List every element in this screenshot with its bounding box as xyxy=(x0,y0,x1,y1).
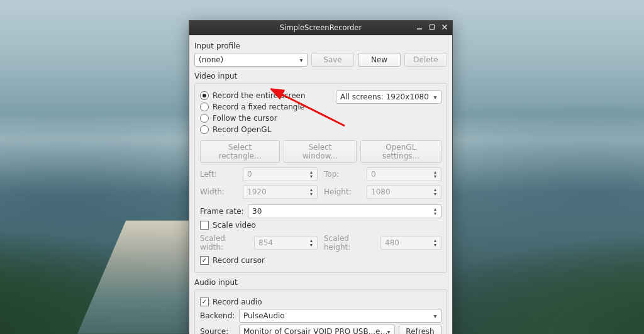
backend-value: PulseAudio xyxy=(243,311,285,320)
scaled-height-label: Scaled height: xyxy=(324,234,377,252)
scaled-width-input: 854 xyxy=(254,236,318,250)
scaled-width-label: Scaled width: xyxy=(200,234,250,252)
frame-rate-label: Frame rate: xyxy=(200,207,244,216)
input-profile-combo[interactable]: (none) xyxy=(194,53,308,67)
radio-dot-icon xyxy=(200,114,209,123)
scale-video-label: Scale video xyxy=(213,221,256,230)
source-label: Source: xyxy=(200,327,235,334)
input-profile-value: (none) xyxy=(199,55,223,64)
checkbox-icon xyxy=(200,221,209,230)
refresh-button[interactable]: Refresh xyxy=(399,325,441,334)
spin-icon xyxy=(307,237,316,248)
radio-dot-icon xyxy=(200,125,209,134)
top-input: 0 xyxy=(367,167,441,181)
scaled-height-value: 480 xyxy=(385,238,399,247)
width-label: Width: xyxy=(200,187,239,196)
radio-dot-icon xyxy=(200,91,209,100)
chevron-down-icon xyxy=(384,326,393,334)
radio-fixed-rectangle-label: Record a fixed rectangle xyxy=(213,103,304,111)
opengl-settings-button[interactable]: OpenGL settings... xyxy=(360,140,441,163)
radio-entire-screen-label: Record the entire screen xyxy=(213,91,306,100)
video-input-group: Record the entire screen Record a fixed … xyxy=(194,83,447,273)
chevron-down-icon xyxy=(431,310,440,321)
window-title: SimpleScreenRecorder xyxy=(280,23,362,32)
profile-new-button[interactable]: New xyxy=(358,53,401,67)
minimize-button[interactable] xyxy=(414,22,425,32)
select-rectangle-button[interactable]: Select rectangle... xyxy=(200,140,280,163)
chevron-down-icon xyxy=(431,91,440,103)
titlebar[interactable]: SimpleScreenRecorder xyxy=(189,21,452,35)
scale-video-checkbox[interactable]: Scale video xyxy=(200,221,441,230)
height-label: Height: xyxy=(324,187,363,196)
window-controls xyxy=(414,22,450,32)
profile-save-button[interactable]: Save xyxy=(311,53,354,67)
close-button[interactable] xyxy=(440,22,450,32)
width-value: 1920 xyxy=(247,187,267,196)
record-cursor-checkbox[interactable]: Record cursor xyxy=(200,256,441,265)
audio-input-group: Record audio Backend: PulseAudio Source:… xyxy=(194,289,447,334)
spin-icon xyxy=(307,186,316,198)
top-label: Top: xyxy=(324,170,363,179)
radio-opengl-label: Record OpenGL xyxy=(213,125,271,134)
screen-selector-combo[interactable]: All screens: 1920x1080 xyxy=(336,90,441,104)
spin-icon xyxy=(431,206,440,217)
screen-selector-value: All screens: 1920x1080 xyxy=(340,92,429,101)
height-input: 1080 xyxy=(367,185,441,199)
scaled-height-input: 480 xyxy=(380,236,441,250)
scaled-width-value: 854 xyxy=(258,238,273,247)
spin-icon xyxy=(307,169,316,180)
radio-entire-screen[interactable]: Record the entire screen xyxy=(200,91,327,100)
input-profile-label: Input profile xyxy=(194,42,447,50)
backend-combo[interactable]: PulseAudio xyxy=(239,309,441,323)
svg-rect-1 xyxy=(430,25,435,30)
spin-icon xyxy=(431,186,440,198)
spin-icon xyxy=(431,237,440,248)
radio-follow-cursor[interactable]: Follow the cursor xyxy=(200,114,327,123)
record-cursor-label: Record cursor xyxy=(213,256,265,265)
record-audio-label: Record audio xyxy=(213,298,262,306)
left-label: Left: xyxy=(200,170,239,179)
maximize-button[interactable] xyxy=(427,22,437,32)
top-value: 0 xyxy=(371,170,376,179)
source-value: Monitor of Corsair VOID PRO USB...eadset… xyxy=(243,327,392,334)
source-combo[interactable]: Monitor of Corsair VOID PRO USB...eadset… xyxy=(239,325,395,334)
select-window-button[interactable]: Select window... xyxy=(284,140,356,163)
width-input: 1920 xyxy=(243,185,318,199)
app-window: SimpleScreenRecorder Input profile (none… xyxy=(189,20,453,334)
backend-label: Backend: xyxy=(200,311,235,320)
radio-dot-icon xyxy=(200,103,209,111)
checkbox-icon xyxy=(200,298,209,306)
checkbox-icon xyxy=(200,256,209,265)
frame-rate-value: 30 xyxy=(252,207,262,216)
frame-rate-input[interactable]: 30 xyxy=(248,204,441,218)
spin-icon xyxy=(431,169,440,180)
left-value: 0 xyxy=(247,170,252,179)
profile-delete-button[interactable]: Delete xyxy=(404,53,447,67)
record-audio-checkbox[interactable]: Record audio xyxy=(200,298,441,306)
audio-input-label: Audio input xyxy=(194,278,447,287)
radio-fixed-rectangle[interactable]: Record a fixed rectangle xyxy=(200,103,327,111)
height-value: 1080 xyxy=(371,187,391,196)
chevron-down-icon xyxy=(297,54,306,65)
left-input: 0 xyxy=(243,167,318,181)
radio-follow-cursor-label: Follow the cursor xyxy=(213,114,277,123)
video-input-label: Video input xyxy=(194,72,447,81)
radio-opengl[interactable]: Record OpenGL xyxy=(200,125,327,134)
